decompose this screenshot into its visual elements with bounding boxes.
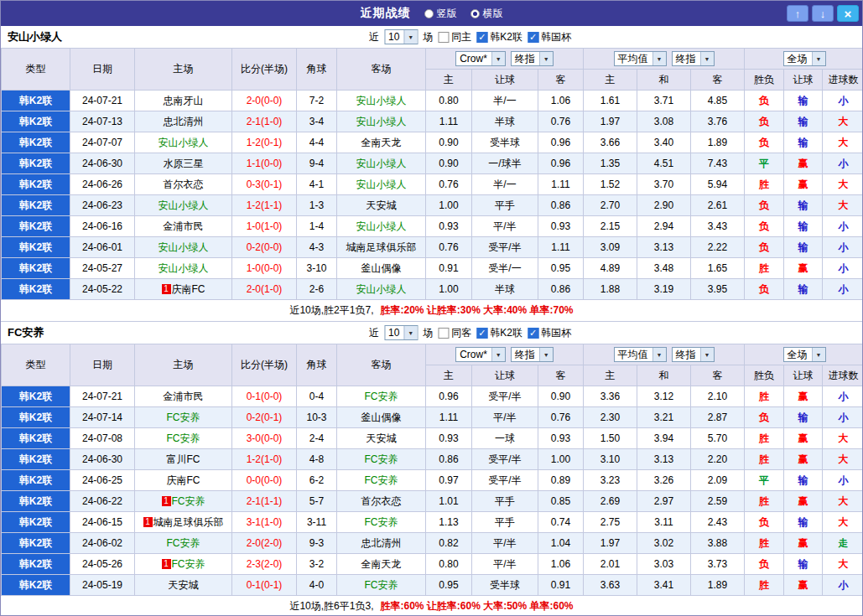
away-team[interactable]: 全南天龙 (337, 554, 426, 575)
home-team[interactable]: 1庆南FC (135, 279, 232, 300)
away-team[interactable]: 安山小绿人 (337, 153, 426, 174)
average-final-select[interactable]: 终指▼ (672, 51, 715, 66)
bookmaker-final-select[interactable]: 终指▼ (511, 51, 554, 66)
handicap-line: 平/半 (472, 216, 538, 237)
match-row: 韩K2联24-07-13忠北清州2-1(1-0)3-4安山小绿人1.11半球0.… (2, 111, 863, 132)
checkbox-icon[interactable] (528, 32, 538, 43)
header-scope-group: 全场▼ (745, 49, 863, 70)
checkbox-icon[interactable] (528, 328, 538, 339)
handicap-result: 赢 (784, 428, 823, 449)
corner-score: 3-11 (297, 512, 337, 533)
same-venue-checkbox[interactable]: 同主 (438, 30, 471, 44)
checkbox-icon[interactable] (438, 32, 449, 43)
summary-bar: 近10场,胜6平1负3, 胜率:60% 让胜率:60% 大率:50% 单率:60… (1, 596, 862, 616)
away-team[interactable]: 安山小绿人 (337, 111, 426, 132)
away-team[interactable]: 安山小绿人 (337, 91, 426, 111)
home-team[interactable]: 1FC安养 (135, 554, 232, 575)
away-team[interactable]: 全南天龙 (337, 132, 426, 153)
home-team[interactable]: 富川FC (135, 449, 232, 470)
cup-checkbox[interactable]: 韩国杯 (528, 30, 571, 44)
match-count-select[interactable]: 10▼ (384, 29, 418, 44)
average-select[interactable]: 平均值▼ (614, 347, 667, 362)
layout-horizontal-radio[interactable]: 横版 (470, 7, 503, 21)
checkbox-icon[interactable] (476, 328, 487, 339)
league-checkbox[interactable]: 韩K2联 (476, 30, 522, 44)
home-team[interactable]: 忠北清州 (135, 111, 232, 132)
average-final-select[interactable]: 终指▼ (672, 347, 715, 362)
bookmaker-select[interactable]: Crow*▼ (455, 51, 506, 66)
close-button[interactable]: × (837, 5, 859, 22)
home-team[interactable]: 忠南牙山 (135, 91, 232, 111)
avg-away-odds: 5.70 (691, 428, 745, 449)
away-team[interactable]: 忠北清州 (337, 533, 426, 554)
home-team[interactable]: 安山小绿人 (135, 237, 232, 258)
handicap-home-odds: 0.90 (426, 132, 472, 153)
handicap-home-odds: 1.13 (426, 512, 472, 533)
away-team[interactable]: 釜山偶像 (337, 407, 426, 428)
move-up-button[interactable]: ↑ (787, 5, 808, 22)
same-venue-label: 同客 (451, 326, 471, 340)
home-team[interactable]: 安山小绿人 (135, 195, 232, 216)
home-team[interactable]: FC安养 (135, 428, 232, 449)
home-team[interactable]: FC安养 (135, 407, 232, 428)
away-team[interactable]: 天安城 (337, 195, 426, 216)
away-team[interactable]: FC安养 (337, 449, 426, 470)
away-team[interactable]: FC安养 (337, 386, 426, 407)
match-score: 1-0(0-0) (232, 258, 297, 279)
bookmaker-select[interactable]: Crow*▼ (455, 347, 506, 362)
away-team[interactable]: 釜山偶像 (337, 258, 426, 279)
handicap-home-odds: 0.76 (426, 174, 472, 195)
header-home: 主场 (135, 344, 232, 386)
home-team[interactable]: 1城南足球俱乐部 (135, 512, 232, 533)
match-count-select[interactable]: 10▼ (384, 325, 418, 340)
average-select[interactable]: 平均值▼ (614, 51, 667, 66)
away-team[interactable]: 城南足球俱乐部 (337, 237, 426, 258)
match-row: 韩K2联24-07-21忠南牙山2-0(0-0)7-2安山小绿人0.80半/一1… (2, 91, 863, 111)
home-team[interactable]: 水原三星 (135, 153, 232, 174)
home-team[interactable]: 首尔衣恋 (135, 174, 232, 195)
goals-result: 小 (823, 153, 863, 174)
match-row: 韩K2联24-07-14FC安养0-2(0-1)10-3釜山偶像1.11平/半0… (2, 407, 863, 428)
home-team[interactable]: 天安城 (135, 575, 232, 596)
cup-checkbox[interactable]: 韩国杯 (528, 326, 571, 340)
bookmaker-final-select[interactable]: 终指▼ (511, 347, 554, 362)
home-team[interactable]: 1FC安养 (135, 491, 232, 512)
header-type: 类型 (2, 344, 70, 386)
home-team[interactable]: 金浦市民 (135, 216, 232, 237)
home-team[interactable]: 安山小绿人 (135, 132, 232, 153)
header-sub-avg-home: 主 (584, 365, 637, 386)
match-score: 2-0(0-0) (232, 91, 297, 111)
fulltime-scope-select[interactable]: 全场▼ (783, 51, 826, 66)
radio-icon[interactable] (424, 9, 434, 18)
home-team[interactable]: 金浦市民 (135, 386, 232, 407)
away-team[interactable]: 安山小绿人 (337, 279, 426, 300)
header-sub-handicap: 让球 (472, 70, 538, 91)
avg-draw-odds: 3.21 (637, 407, 691, 428)
checkbox-icon[interactable] (438, 328, 449, 339)
home-team[interactable]: FC安养 (135, 533, 232, 554)
away-team[interactable]: 安山小绿人 (337, 174, 426, 195)
goals-result: 走 (823, 533, 863, 554)
away-team[interactable]: FC安养 (337, 470, 426, 491)
away-team[interactable]: 天安城 (337, 428, 426, 449)
handicap-result: 赢 (784, 491, 823, 512)
radio-icon[interactable] (470, 9, 480, 18)
layout-vertical-radio[interactable]: 竖版 (424, 7, 457, 21)
checkbox-icon[interactable] (476, 32, 487, 43)
home-team[interactable]: 安山小绿人 (135, 258, 232, 279)
match-score: 1-2(0-1) (232, 132, 297, 153)
same-venue-checkbox[interactable]: 同客 (438, 326, 471, 340)
fulltime-scope-select[interactable]: 全场▼ (783, 347, 826, 362)
league-type: 韩K2联 (2, 258, 70, 279)
handicap-home-odds: 0.93 (426, 216, 472, 237)
move-down-button[interactable]: ↓ (812, 5, 834, 22)
handicap-away-odds: 0.76 (538, 407, 584, 428)
league-checkbox[interactable]: 韩K2联 (476, 326, 522, 340)
home-team[interactable]: 庆南FC (135, 470, 232, 491)
away-team[interactable]: FC安养 (337, 512, 426, 533)
away-team[interactable]: 安山小绿人 (337, 216, 426, 237)
handicap-line: 平手 (472, 491, 538, 512)
away-team[interactable]: 首尔衣恋 (337, 491, 426, 512)
handicap-home-odds: 0.90 (426, 153, 472, 174)
away-team[interactable]: FC安养 (337, 575, 426, 596)
